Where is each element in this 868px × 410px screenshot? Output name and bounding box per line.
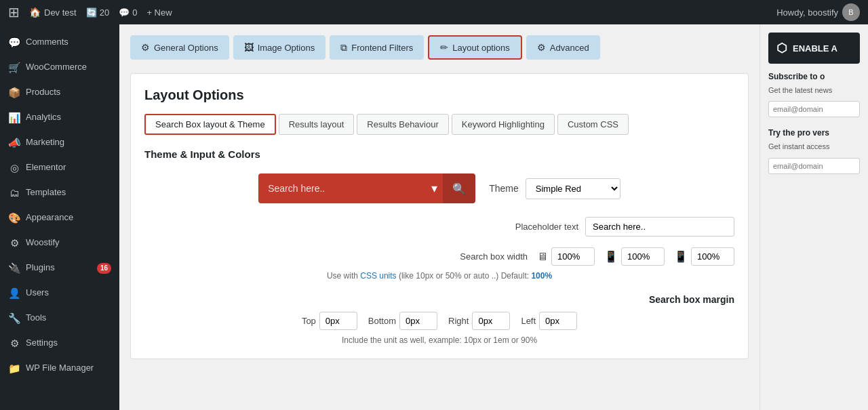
margin-right-input[interactable] (472, 312, 510, 330)
sidebar: 💬 Comments 🛒 WooCommerce 📦 Products 📊 An… (0, 24, 119, 410)
sidebar-item-wp-file-manager[interactable]: 📁 WP File Manager (0, 356, 119, 381)
margin-left-input[interactable] (539, 312, 577, 330)
users-icon: 👤 (8, 286, 20, 300)
page-title: Layout Options (144, 87, 734, 103)
mobile-width-group: 📱 (674, 247, 734, 266)
margin-bottom-input[interactable] (399, 312, 437, 330)
pro-heading: Try the pro vers (768, 128, 860, 138)
tab-general-options[interactable]: ⚙ General Options (130, 35, 229, 60)
subscribe-email-input[interactable] (768, 101, 860, 117)
section-heading: Theme & Input & Colors (144, 148, 734, 160)
tab-layout-options[interactable]: ✏ Layout options (428, 35, 522, 60)
howdy-label: Howdy, boostify B (776, 3, 860, 21)
sub-tab-keyword-highlighting[interactable]: Keyword Highlighting (452, 114, 555, 135)
site-name[interactable]: 🏠 Dev test (29, 7, 77, 18)
tab-advanced[interactable]: ⚙ Advanced (526, 35, 600, 60)
products-icon: 📦 (8, 85, 20, 100)
search-input-preview[interactable] (258, 183, 426, 194)
advanced-icon: ⚙ (537, 42, 546, 53)
nav-tabs: ⚙ General Options 🖼 Image Options ⧉ Fron… (130, 35, 749, 60)
search-box-width-label: Search box width (460, 251, 528, 262)
tablet-width-input[interactable] (621, 247, 665, 266)
theme-select[interactable]: Simple Red Simple Blue Simple Green Dark… (526, 178, 620, 199)
sidebar-item-elementor[interactable]: ◎ Elementor (0, 155, 119, 180)
sidebar-item-marketing[interactable]: 📣 Marketing (0, 130, 119, 155)
image-icon: 🖼 (244, 42, 254, 53)
new-item[interactable]: + New (146, 7, 172, 18)
subscribe-section: Subscribe to o Get the latest news (768, 72, 860, 117)
analytics-icon: 📊 (8, 110, 20, 125)
updates-item[interactable]: 🔄 20 (86, 7, 109, 18)
comments-icon: 💬 (8, 35, 20, 49)
search-box-preview: ▾ 🔍 (258, 173, 475, 203)
sidebar-item-appearance[interactable]: 🎨 Appearance (0, 205, 119, 230)
desktop-icon: 🖥 (537, 251, 548, 263)
search-box-width-row: Search box width 🖥 📱 📱 (144, 247, 734, 266)
placeholder-text-row: Placeholder text (144, 217, 734, 237)
sidebar-item-users[interactable]: 👤 Users (0, 281, 119, 306)
sidebar-item-settings[interactable]: ⚙ Settings (0, 331, 119, 356)
comments-item[interactable]: 💬 0 (119, 7, 137, 18)
gear-icon: ⚙ (141, 42, 150, 53)
margin-top-label: Top (302, 316, 316, 326)
boostify-logo-icon: ⬡ (776, 41, 787, 56)
sidebar-item-plugins[interactable]: 🔌 Plugins 16 (0, 255, 119, 281)
page-section: Layout Options Search Box layout & Theme… (130, 73, 749, 359)
sub-tabs: Search Box layout & Theme Results layout… (144, 114, 734, 135)
woocommerce-icon: 🛒 (8, 60, 20, 75)
sub-tab-results-layout[interactable]: Results layout (279, 114, 355, 135)
tablet-width-group: 📱 (604, 247, 665, 266)
sidebar-item-woocommerce[interactable]: 🛒 WooCommerce (0, 55, 119, 80)
tab-image-options[interactable]: 🖼 Image Options (233, 35, 326, 60)
sidebar-item-products[interactable]: 📦 Products (0, 80, 119, 105)
tab-frontend-filters[interactable]: ⧉ Frontend Filters (330, 35, 424, 60)
home-icon: 🏠 (29, 7, 41, 18)
margin-heading: Search box margin (144, 294, 734, 305)
theme-label: Theme (489, 183, 519, 194)
layout-icon: ✏ (440, 42, 448, 53)
admin-bar: ⊞ 🏠 Dev test 🔄 20 💬 0 + New Howdy, boost… (0, 0, 868, 24)
sidebar-item-analytics[interactable]: 📊 Analytics (0, 105, 119, 130)
sub-tab-results-behaviour[interactable]: Results Behaviour (357, 114, 449, 135)
margin-right-label: Right (448, 316, 469, 326)
css-default-value: 100% (531, 271, 552, 281)
sidebar-item-comments[interactable]: 💬 Comments (0, 30, 119, 55)
woostify-icon: ⚙ (8, 236, 20, 250)
search-submit-button[interactable]: 🔍 (443, 173, 475, 203)
elementor-icon: ◎ (8, 161, 20, 175)
margin-left-label: Left (521, 316, 536, 326)
search-icon: 🔍 (452, 182, 466, 195)
enable-banner: ⬡ ENABLE A (768, 33, 860, 64)
placeholder-text-label: Placeholder text (515, 222, 578, 232)
templates-icon: 🗂 (8, 186, 20, 200)
right-panel: ⬡ ENABLE A Subscribe to o Get the latest… (760, 24, 868, 410)
wp-logo-icon: ⊞ (8, 4, 20, 20)
margin-bottom-field: Bottom (368, 312, 437, 330)
tools-icon: 🔧 (8, 311, 20, 325)
settings-icon: ⚙ (8, 336, 20, 350)
sidebar-item-woostify[interactable]: ⚙ Woostify (0, 230, 119, 255)
margin-hint: Include the unit as well, example: 10px … (144, 335, 734, 345)
css-hint: Use with CSS units (like 10px or 50% or … (144, 271, 734, 281)
sub-tab-custom-css[interactable]: Custom CSS (557, 114, 629, 135)
mobile-icon: 📱 (674, 250, 688, 263)
subscribe-heading: Subscribe to o (768, 72, 860, 81)
css-units-link[interactable]: CSS units (360, 271, 396, 281)
mobile-width-input[interactable] (691, 247, 734, 266)
margin-top-input[interactable] (319, 312, 357, 330)
avatar: B (842, 3, 860, 21)
placeholder-text-input[interactable] (585, 217, 734, 237)
margin-left-field: Left (521, 312, 577, 330)
sidebar-item-templates[interactable]: 🗂 Templates (0, 180, 119, 205)
tablet-icon: 📱 (604, 250, 618, 263)
theme-selector: Theme Simple Red Simple Blue Simple Gree… (489, 178, 620, 199)
margin-right-field: Right (448, 312, 510, 330)
margin-row: Top Bottom Right Left (144, 312, 734, 330)
appearance-icon: 🎨 (8, 211, 20, 225)
pro-email-input[interactable] (768, 158, 860, 174)
sub-tab-search-box-layout[interactable]: Search Box layout & Theme (144, 114, 276, 135)
desktop-width-input[interactable] (551, 247, 595, 266)
margin-bottom-label: Bottom (368, 316, 396, 326)
sidebar-item-tools[interactable]: 🔧 Tools (0, 306, 119, 331)
search-dropdown-button[interactable]: ▾ (426, 181, 443, 196)
